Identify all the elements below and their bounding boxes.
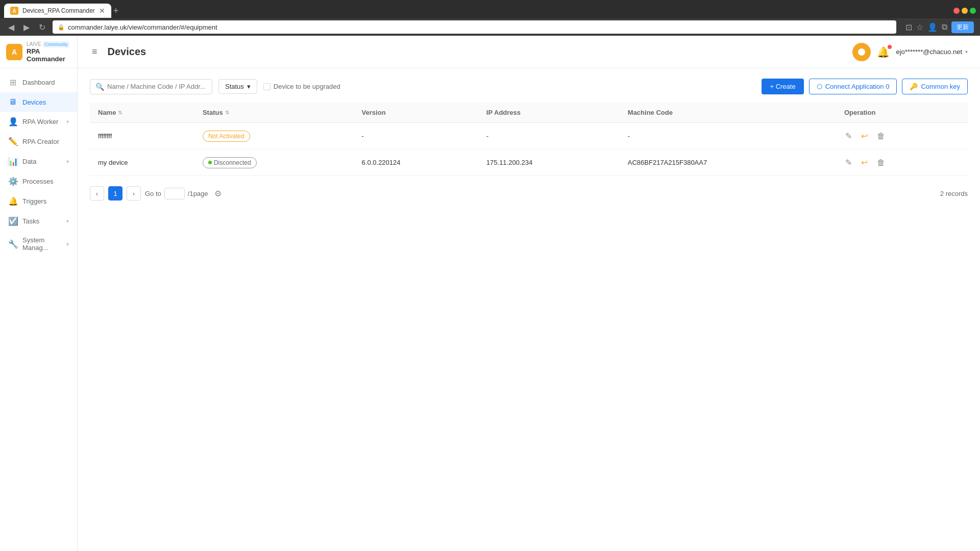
address-text: commander.laiye.uk/view/commander/#/equi…: [68, 23, 217, 31]
sidebar-item-processes[interactable]: ⚙️ Processes: [0, 171, 77, 191]
delete-button[interactable]: 🗑: [876, 131, 886, 142]
sidebar-item-tasks[interactable]: ☑️ Tasks ▾: [0, 211, 77, 231]
minimize-window-button[interactable]: [962, 8, 968, 14]
tab-close-button[interactable]: ✕: [99, 7, 105, 15]
upgrade-checkbox-wrap[interactable]: Device to be upgraded: [263, 83, 340, 90]
status-sort[interactable]: Status ⇅: [203, 109, 346, 116]
logo-text: LAIVE Community RPA Commander: [27, 41, 71, 63]
sidebar-item-label: Dashboard: [22, 79, 69, 86]
user-menu[interactable]: ejo*******@chacuo.net ▾: [896, 48, 968, 56]
connect-icon: ⬡: [817, 83, 822, 90]
bookmark-icon[interactable]: ☆: [916, 22, 923, 32]
active-tab[interactable]: A Devices_RPA Commander ✕: [4, 4, 111, 18]
address-input[interactable]: 🔒 commander.laiye.uk/view/commander/#/eq…: [53, 20, 896, 34]
configure-button[interactable]: ↩: [860, 157, 869, 168]
extension-icon[interactable]: ⧉: [942, 22, 947, 32]
name-sort[interactable]: Name ⇅: [98, 109, 186, 116]
sidebar-item-devices[interactable]: 🖥 Devices: [0, 92, 77, 112]
notification-button[interactable]: 🔔: [877, 46, 890, 58]
delete-button[interactable]: 🗑: [876, 157, 886, 168]
back-button[interactable]: ◀: [6, 21, 16, 33]
edit-button[interactable]: ✎: [844, 130, 853, 142]
per-page-label: /1page: [188, 190, 208, 197]
window-controls: [953, 8, 976, 14]
tasks-icon: ☑️: [8, 216, 17, 226]
upgrade-checkbox[interactable]: [263, 83, 271, 90]
upgrade-checkbox-label: Device to be upgraded: [274, 83, 340, 90]
sidebar-item-rpa-creator[interactable]: ✏️ RPA Creator: [0, 132, 77, 152]
sidebar-item-label: Data: [22, 158, 61, 165]
status-filter-button[interactable]: Status ▾: [218, 79, 257, 94]
logo-community-badge: Community: [43, 41, 69, 47]
toolbar-right: + Create ⬡ Connect Application 0 🔑 Commo…: [762, 79, 968, 94]
header-right: 🔔 ejo*******@chacuo.net ▾: [852, 43, 968, 61]
th-status: Status ⇅: [194, 103, 354, 123]
th-version: Version: [354, 103, 478, 123]
page-1-button[interactable]: 1: [108, 186, 122, 201]
status-indicator: [852, 43, 871, 61]
connect-application-button[interactable]: ⬡ Connect Application 0: [809, 79, 897, 94]
next-page-button[interactable]: ›: [127, 186, 141, 201]
sidebar-item-label: RPA Worker: [22, 118, 61, 126]
search-icon: 🔍: [95, 83, 104, 91]
cell-machine-code: AC86BF217A215F380AA7: [620, 149, 836, 176]
search-input[interactable]: [107, 83, 207, 90]
configure-button[interactable]: ↩: [860, 130, 869, 142]
chevron-down-icon: ▾: [247, 83, 251, 90]
common-key-label: Common key: [921, 83, 960, 90]
th-machine-code: Machine Code: [620, 103, 836, 123]
logo-rpa-label: RPA Commander: [27, 47, 71, 63]
sidebar-item-label: Triggers: [22, 197, 69, 205]
th-ip-address: IP Address: [478, 103, 620, 123]
status-filter-label: Status: [225, 83, 244, 90]
tab-bar: A Devices_RPA Commander ✕ +: [0, 0, 980, 18]
reload-button[interactable]: ↻: [37, 21, 47, 33]
lock-icon: 🔒: [58, 24, 65, 31]
browser-actions: ⊡ ☆ 👤 ⧉ 更新: [905, 21, 974, 33]
records-count: 2 records: [940, 190, 968, 197]
cast-icon[interactable]: ⊡: [905, 22, 912, 32]
tab-title: Devices_RPA Commander: [22, 7, 95, 14]
sidebar-item-rpa-worker[interactable]: 👤 RPA Worker ▾: [0, 112, 77, 132]
table-row: ffffffff Not Activated - - - ✎ ↩ 🗑: [90, 123, 968, 149]
sidebar-item-label: Devices: [22, 98, 69, 106]
profile-icon[interactable]: 👤: [927, 22, 938, 32]
prev-page-button[interactable]: ‹: [90, 186, 104, 201]
logo-laive: LAIVE Community: [27, 41, 71, 47]
cell-status: Disconnected: [194, 149, 354, 176]
new-tab-button[interactable]: +: [113, 6, 119, 16]
page-settings-button[interactable]: ⚙: [214, 189, 222, 198]
logo-icon: A: [6, 44, 22, 60]
devices-table: Name ⇅ Status ⇅ Version IP Address: [90, 103, 968, 176]
cell-name: my device: [90, 149, 194, 176]
chevron-down-icon: ▾: [66, 241, 69, 247]
forward-button[interactable]: ▶: [21, 21, 32, 33]
menu-toggle-button[interactable]: ≡: [90, 44, 100, 59]
close-window-button[interactable]: [953, 8, 960, 14]
goto-input[interactable]: [164, 188, 185, 199]
sidebar-item-triggers[interactable]: 🔔 Triggers: [0, 191, 77, 211]
tab-favicon: A: [10, 7, 18, 15]
maximize-window-button[interactable]: [970, 8, 976, 14]
key-icon: 🔑: [910, 83, 918, 90]
rpa-creator-icon: ✏️: [8, 137, 17, 146]
cell-status: Not Activated: [194, 123, 354, 149]
sidebar: A LAIVE Community RPA Commander ⊞ Dashbo…: [0, 36, 78, 551]
data-icon: 📊: [8, 157, 17, 166]
cell-machine-code: -: [620, 123, 836, 149]
notification-badge: [888, 45, 892, 49]
cell-version: 6.0.0.220124: [354, 149, 478, 176]
browser-chrome: A Devices_RPA Commander ✕ + ◀ ▶ ↻ 🔒 comm…: [0, 0, 980, 36]
common-key-button[interactable]: 🔑 Common key: [902, 79, 968, 94]
sidebar-item-system-manage[interactable]: 🔧 System Manag... ▾: [0, 231, 77, 257]
search-box[interactable]: 🔍: [90, 79, 212, 94]
edit-button[interactable]: ✎: [844, 157, 853, 168]
sidebar-item-data[interactable]: 📊 Data ▾: [0, 152, 77, 171]
create-button[interactable]: + Create: [762, 79, 803, 94]
sort-icon: ⇅: [225, 110, 229, 115]
cell-name: ffffffff: [90, 123, 194, 149]
sidebar-item-dashboard[interactable]: ⊞ Dashboard: [0, 72, 77, 92]
disconnected-badge: Disconnected: [203, 157, 257, 168]
update-button[interactable]: 更新: [951, 21, 974, 33]
page-title: Devices: [108, 46, 146, 58]
